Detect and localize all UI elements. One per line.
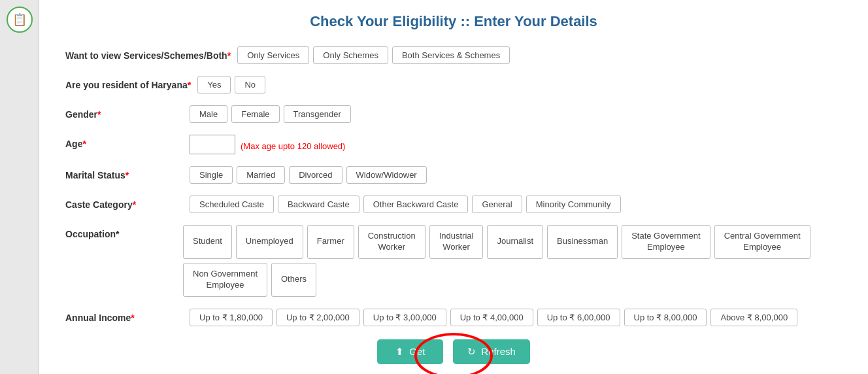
page-title: Check Your Eligibility :: Enter Your Det… (65, 13, 842, 30)
resident-options: Yes No (197, 76, 265, 94)
age-label: Age* (65, 135, 183, 149)
occupation-central-govt[interactable]: Central GovernmentEmployee (714, 225, 810, 259)
resident-no[interactable]: No (235, 76, 265, 94)
caste-general[interactable]: General (472, 196, 522, 213)
occupation-label: Occupation* (65, 225, 183, 239)
services-label: Want to view Services/Schemes/Both* (65, 46, 231, 61)
caste-minority[interactable]: Minority Community (526, 196, 621, 213)
caste-backward[interactable]: Backward Caste (278, 196, 359, 213)
refresh-button[interactable]: ↻ Refresh (453, 339, 530, 364)
income-200k[interactable]: Up to ₹ 2,00,000 (276, 309, 359, 326)
occupation-non-govt[interactable]: Non GovernmentEmployee (183, 263, 267, 297)
gender-female[interactable]: Female (231, 105, 279, 123)
gender-options: Male Female Transgender (190, 105, 351, 123)
services-both[interactable]: Both Services & Schemes (392, 46, 510, 64)
gender-male[interactable]: Male (190, 105, 227, 123)
services-options: Only Services Only Schemes Both Services… (237, 46, 510, 64)
income-label: Annual Income* (65, 309, 183, 323)
gender-label: Gender* (65, 105, 183, 120)
gender-transgender[interactable]: Transgender (284, 105, 351, 123)
occupation-journalist[interactable]: Journalist (487, 225, 543, 259)
occupation-unemployed[interactable]: Unemployed (236, 225, 303, 259)
income-180k[interactable]: Up to ₹ 1,80,000 (190, 309, 273, 326)
services-only-schemes[interactable]: Only Schemes (313, 46, 388, 64)
income-above-800k[interactable]: Above ₹ 8,00,000 (710, 309, 797, 326)
logo-icon: 📋 (7, 7, 33, 33)
age-input-group: (Max age upto 120 allowed) (190, 135, 345, 154)
occupation-construction-worker[interactable]: ConstructionWorker (358, 225, 426, 259)
get-button[interactable]: ⬆ Get (377, 339, 443, 364)
marital-single[interactable]: Single (190, 166, 233, 184)
services-only-services[interactable]: Only Services (237, 46, 309, 64)
marital-widow[interactable]: Widow/Widower (346, 166, 427, 184)
sidebar: 📋 (0, 0, 39, 374)
occupation-student[interactable]: Student (183, 225, 232, 259)
income-400k[interactable]: Up to ₹ 4,00,000 (450, 309, 533, 326)
marital-divorced[interactable]: Divorced (289, 166, 342, 184)
marital-options: Single Married Divorced Widow/Widower (190, 166, 427, 184)
marital-married[interactable]: Married (237, 166, 285, 184)
occupation-state-govt[interactable]: State GovernmentEmployee (622, 225, 710, 259)
caste-label: Caste Category* (65, 196, 183, 210)
occupation-row: Occupation* Student Unemployed Farmer Co… (65, 225, 842, 297)
refresh-label: Refresh (481, 346, 516, 357)
gender-row: Gender* Male Female Transgender (65, 105, 842, 123)
caste-other-backward[interactable]: Other Backward Caste (363, 196, 469, 213)
resident-row: Are you resident of Haryana* Yes No (65, 76, 842, 94)
resident-label: Are you resident of Haryana* (65, 76, 191, 90)
get-icon: ⬆ (395, 346, 404, 358)
action-row: ⬆ Get ↻ Refresh (65, 339, 842, 364)
caste-options: Scheduled Caste Backward Caste Other Bac… (190, 196, 621, 213)
age-hint: (Max age upto 120 allowed) (241, 138, 345, 151)
marital-label: Marital Status* (65, 166, 183, 180)
age-input[interactable] (190, 135, 235, 154)
income-300k[interactable]: Up to ₹ 3,00,000 (363, 309, 446, 326)
resident-yes[interactable]: Yes (197, 76, 231, 94)
occupation-farmer[interactable]: Farmer (307, 225, 354, 259)
get-label: Get (409, 346, 425, 357)
refresh-icon: ↻ (467, 346, 476, 358)
caste-row: Caste Category* Scheduled Caste Backward… (65, 196, 842, 213)
occupation-businessman[interactable]: Businessman (547, 225, 618, 259)
income-options: Up to ₹ 1,80,000 Up to ₹ 2,00,000 Up to … (190, 309, 797, 326)
income-600k[interactable]: Up to ₹ 6,00,000 (537, 309, 620, 326)
services-row: Want to view Services/Schemes/Both* Only… (65, 46, 842, 64)
income-row: Annual Income* Up to ₹ 1,80,000 Up to ₹ … (65, 309, 842, 326)
main-content: Check Your Eligibility :: Enter Your Det… (39, 0, 868, 374)
occupation-options: Student Unemployed Farmer ConstructionWo… (183, 225, 842, 297)
age-row: Age* (Max age upto 120 allowed) (65, 135, 842, 154)
marital-row: Marital Status* Single Married Divorced … (65, 166, 842, 184)
occupation-others[interactable]: Others (271, 263, 316, 297)
caste-scheduled[interactable]: Scheduled Caste (190, 196, 274, 213)
occupation-industrial-worker[interactable]: IndustrialWorker (429, 225, 484, 259)
income-800k[interactable]: Up to ₹ 8,00,000 (624, 309, 707, 326)
